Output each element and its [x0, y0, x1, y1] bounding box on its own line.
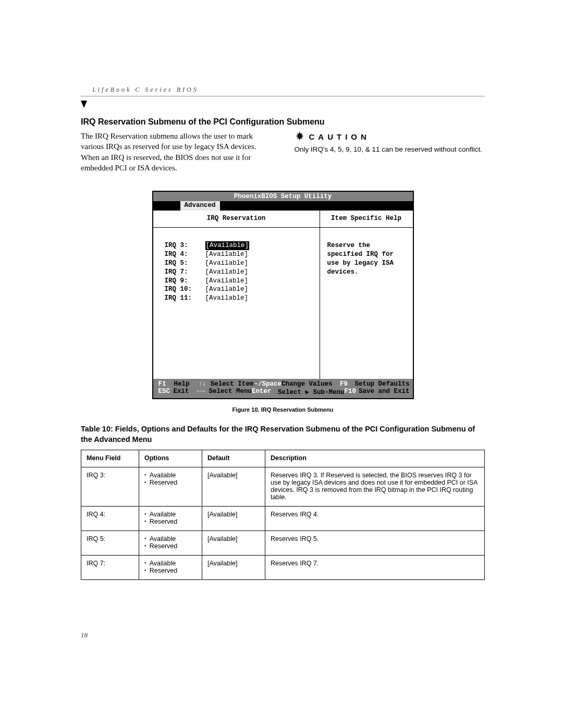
- bios-irq-label: IRQ 7:: [165, 268, 205, 277]
- th-options: Options: [139, 450, 202, 467]
- cell-menu-field: IRQ 5:: [81, 531, 139, 556]
- bios-right-header: Item Specific Help: [320, 211, 413, 228]
- bios-screenshot: PhoenixBIOS Setup Utility Advanced IRQ R…: [81, 191, 485, 399]
- cell-description: Reserves IRQ 5.: [265, 531, 485, 556]
- bios-irq-label: IRQ 4:: [165, 250, 205, 259]
- bios-help-text: Reserve the specified IRQ for use by leg…: [320, 228, 413, 282]
- bios-tab-bar: Advanced: [153, 201, 413, 211]
- option-item: Reserved: [144, 567, 197, 574]
- bios-key-updown: ↑↓: [198, 380, 210, 388]
- bios-irq-value[interactable]: [Available]: [205, 285, 249, 294]
- two-column-region: The IRQ Reservation submenu allows the u…: [81, 131, 485, 173]
- bios-irq-list: IRQ 3: [Available]IRQ 4: [Available]IRQ …: [153, 228, 320, 379]
- bios-key-f9: F9: [340, 380, 354, 388]
- table-row: IRQ 5:AvailableReserved[Available]Reserv…: [81, 531, 485, 556]
- caution-label: CAUTION: [309, 132, 370, 141]
- bios-irq-label: IRQ 3:: [165, 241, 205, 250]
- table-header-row: Menu Field Options Default Description: [81, 450, 485, 467]
- cell-options: AvailableReserved: [139, 531, 202, 556]
- bios-label-save-exit: Save and Exit: [359, 388, 410, 396]
- option-item: Available: [144, 511, 197, 518]
- th-default: Default: [202, 450, 265, 467]
- cell-description: Reserves IRQ 3. If Reserved is selected,…: [265, 467, 485, 507]
- option-item: Reserved: [144, 479, 197, 486]
- option-item: Available: [144, 472, 197, 479]
- page-number: 18: [81, 631, 88, 639]
- bios-irq-row[interactable]: IRQ 3: [Available]: [165, 241, 314, 250]
- bios-irq-value[interactable]: [Available]: [205, 277, 249, 286]
- cell-default: [Available]: [202, 507, 265, 531]
- bios-label-select-submenu: Select ▶ Sub-Menu: [278, 388, 345, 396]
- th-menu-field: Menu Field: [81, 450, 139, 467]
- cell-description: Reserves IRQ 7.: [265, 556, 485, 580]
- cell-menu-field: IRQ 3:: [81, 467, 139, 507]
- cell-default: [Available]: [202, 556, 265, 580]
- cell-default: [Available]: [202, 531, 265, 556]
- cell-default: [Available]: [202, 467, 265, 507]
- bios-irq-row[interactable]: IRQ 5: [Available]: [165, 259, 314, 268]
- option-item: Reserved: [144, 518, 197, 525]
- bios-irq-row[interactable]: IRQ 9: [Available]: [165, 277, 314, 286]
- bios-key-enter: Enter: [252, 388, 278, 396]
- bios-label-help: Help: [174, 380, 199, 388]
- bios-label-select-item: Select Item: [211, 380, 254, 388]
- bios-irq-label: IRQ 10:: [165, 285, 205, 294]
- fields-table: Menu Field Options Default Description I…: [81, 450, 485, 580]
- bios-irq-row[interactable]: IRQ 10: [Available]: [165, 285, 314, 294]
- bios-irq-value[interactable]: [Available]: [205, 250, 249, 259]
- bios-label-change-values: Change Values: [282, 380, 340, 388]
- caution-box: CAUTION Only IRQ's 4, 5, 9, 10, & 11 can…: [295, 131, 485, 154]
- bios-irq-row[interactable]: IRQ 7: [Available]: [165, 268, 314, 277]
- bios-left-header: IRQ Reservation: [153, 211, 320, 228]
- bios-label-setup-defaults: Setup Defaults: [354, 380, 409, 388]
- cell-options: AvailableReserved: [139, 556, 202, 580]
- page: LifeBook C Series BIOS IRQ Reservation S…: [0, 0, 563, 728]
- bios-title: PhoenixBIOS Setup Utility: [153, 192, 413, 201]
- bios-tab-advanced[interactable]: Advanced: [180, 201, 220, 211]
- option-item: Available: [144, 535, 197, 542]
- bios-label-select-menu: Select Menu: [209, 388, 252, 396]
- caution-text: Only IRQ's 4, 5, 9, 10, & 11 can be rese…: [295, 145, 485, 154]
- bios-label-exit: Exit: [174, 388, 197, 396]
- bios-key-space: -/Space: [254, 380, 282, 388]
- cell-options: AvailableReserved: [139, 467, 202, 507]
- option-item: Available: [144, 560, 197, 567]
- bios-footer: F1 Help ↑↓ Select Item -/Space Change Va…: [153, 379, 413, 398]
- bios-key-f10: F10: [345, 388, 359, 396]
- cell-options: AvailableReserved: [139, 507, 202, 531]
- intro-paragraph: The IRQ Reservation submenu allows the u…: [81, 131, 272, 173]
- cell-description: Reserves IRQ 4.: [265, 507, 485, 531]
- bios-key-f1: F1: [158, 380, 174, 388]
- th-description: Description: [265, 450, 485, 467]
- bios-irq-row[interactable]: IRQ 11: [Available]: [165, 294, 314, 303]
- figure-caption: Figure 10. IRQ Reservation Submenu: [81, 406, 485, 413]
- caution-icon: [295, 131, 305, 143]
- bios-irq-value[interactable]: [Available]: [205, 241, 250, 250]
- bios-irq-value[interactable]: [Available]: [205, 268, 249, 277]
- table-row: IRQ 7:AvailableReserved[Available]Reserv…: [81, 556, 485, 580]
- cell-menu-field: IRQ 7:: [81, 556, 139, 580]
- table-title: Table 10: Fields, Options and Defaults f…: [81, 424, 485, 445]
- bios-irq-row[interactable]: IRQ 4: [Available]: [165, 250, 314, 259]
- bios-irq-value[interactable]: [Available]: [205, 259, 249, 268]
- table-row: IRQ 3:AvailableReserved[Available]Reserv…: [81, 467, 485, 507]
- running-head: LifeBook C Series BIOS: [81, 86, 485, 96]
- bios-irq-value[interactable]: [Available]: [205, 294, 249, 303]
- caution-heading: CAUTION: [295, 131, 485, 143]
- bios-key-leftright: ←→: [197, 388, 209, 396]
- option-item: Reserved: [144, 542, 197, 550]
- table-row: IRQ 4:AvailableReserved[Available]Reserv…: [81, 507, 485, 531]
- cell-menu-field: IRQ 4:: [81, 507, 139, 531]
- bios-key-esc: ESC: [158, 388, 174, 396]
- bios-irq-label: IRQ 11:: [165, 294, 205, 303]
- bios-irq-label: IRQ 5:: [165, 259, 205, 268]
- chevron-down-icon: [81, 101, 87, 108]
- bios-irq-label: IRQ 9:: [165, 277, 205, 286]
- section-title: IRQ Reservation Submenu of the PCI Confi…: [81, 117, 485, 127]
